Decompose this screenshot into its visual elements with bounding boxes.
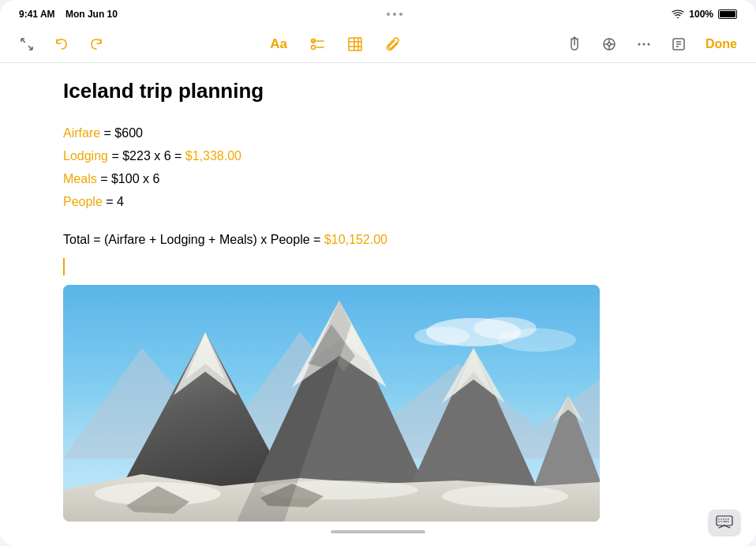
svg-rect-4 (349, 38, 361, 50)
date-display: Mon Jun 10 (65, 9, 118, 20)
ipad-frame: 9:41 AM Mon Jun 10 100% (0, 0, 756, 546)
collapse-button[interactable] (16, 33, 38, 55)
table-button[interactable] (344, 33, 366, 55)
people-value: = 4 (106, 195, 124, 208)
done-label: Done (705, 37, 737, 51)
checklist-button[interactable] (306, 33, 328, 55)
total-result: $10,152.00 (324, 233, 387, 246)
airfare-value: = $600 (104, 126, 143, 140)
lodging-label: Lodging (63, 149, 108, 163)
battery-fill (720, 11, 735, 17)
dot-2 (393, 13, 396, 16)
toolbar-right: Done (563, 33, 740, 55)
lodging-result: $1,338.00 (185, 149, 241, 163)
svg-point-40 (442, 485, 568, 507)
status-center-dots (387, 13, 402, 16)
undo-button[interactable] (51, 33, 73, 55)
svg-point-15 (638, 43, 641, 45)
svg-point-1 (311, 45, 315, 49)
more-button[interactable] (633, 33, 655, 55)
note-variable-lines: Airfare = $600 Lodging = $223 x 6 = $1,3… (63, 122, 709, 213)
meals-value: = $100 x 6 (100, 172, 159, 185)
meals-line: Meals = $100 x 6 (63, 168, 709, 191)
svg-point-22 (414, 327, 470, 346)
keyboard-toggle-button[interactable] (709, 510, 740, 535)
status-time-date: 9:41 AM Mon Jun 10 (19, 9, 118, 20)
attachment-button[interactable] (382, 33, 404, 55)
status-bar: 9:41 AM Mon Jun 10 100% (0, 0, 756, 25)
airfare-line: Airfare = $600 (63, 122, 709, 145)
done-button[interactable]: Done (702, 34, 740, 54)
format-text-button[interactable]: Aa (267, 33, 290, 55)
wifi-icon (672, 9, 684, 19)
lodging-line: Lodging = $223 x 6 = $1,338.00 (63, 145, 709, 168)
lodging-formula: = $223 x 6 = (111, 149, 182, 163)
battery-percent: 100% (689, 9, 713, 20)
text-cursor (63, 258, 65, 275)
mountain-svg (63, 285, 600, 522)
time-display: 9:41 AM (19, 9, 55, 20)
markup-button[interactable] (598, 33, 620, 55)
svg-rect-44 (717, 516, 732, 525)
people-line: People = 4 (63, 191, 709, 214)
edit-note-button[interactable] (668, 33, 690, 55)
share-button[interactable] (563, 33, 586, 55)
svg-point-16 (643, 43, 646, 45)
note-content[interactable]: Iceland trip planning Airfare = $600 Lod… (0, 63, 756, 546)
total-formula: Total = (Airfare + Lodging + Meals) x Pe… (63, 233, 320, 246)
meals-label: Meals (63, 172, 97, 185)
format-label: Aa (270, 36, 287, 52)
toolbar: Aa (0, 25, 756, 63)
note-title: Iceland trip planning (63, 79, 709, 103)
note-image (63, 285, 600, 522)
keyboard-icon (716, 515, 733, 529)
status-right: 100% (672, 9, 737, 20)
airfare-label: Airfare (63, 126, 100, 140)
battery-icon (718, 9, 737, 19)
people-label: People (63, 195, 103, 208)
dot-3 (399, 13, 402, 16)
toolbar-center: Aa (114, 33, 557, 55)
toolbar-left (16, 33, 107, 55)
dot-1 (387, 13, 390, 16)
svg-point-10 (608, 43, 611, 46)
total-line: Total = (Airfare + Lodging + Meals) x Pe… (63, 229, 709, 252)
svg-point-17 (648, 43, 650, 45)
svg-point-23 (497, 328, 576, 352)
scroll-indicator (331, 530, 425, 533)
redo-button[interactable] (85, 33, 107, 55)
